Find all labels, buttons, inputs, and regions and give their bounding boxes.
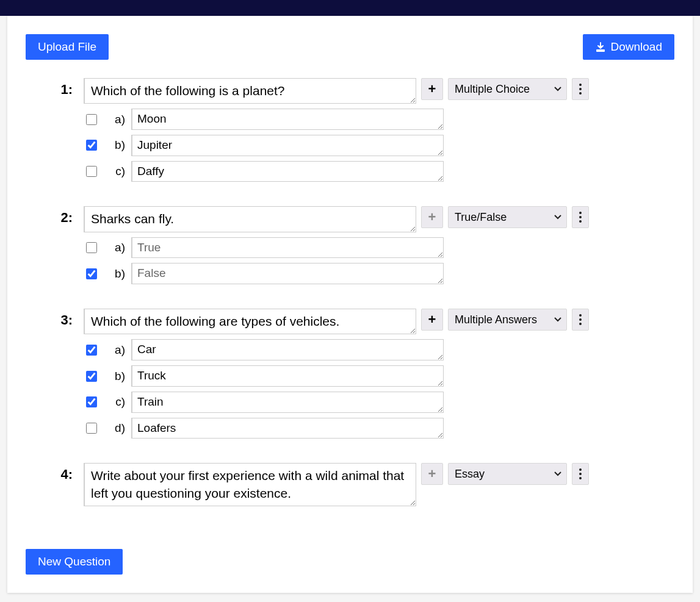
answer-row: c) xyxy=(84,392,650,413)
answer-text-input[interactable] xyxy=(131,161,444,182)
card-header: Upload File Download xyxy=(26,34,674,60)
new-question-button[interactable]: New Question xyxy=(26,549,123,575)
answer-letter: c) xyxy=(108,165,125,178)
question-text-input[interactable] xyxy=(84,78,416,104)
question-row: 3:+Multiple ChoiceTrue/FalseMultiple Ans… xyxy=(50,309,650,334)
plus-icon: + xyxy=(428,82,436,96)
answer-row: a) xyxy=(84,237,650,259)
answer-row: a) xyxy=(84,339,650,360)
kebab-icon xyxy=(579,84,582,95)
answer-text-input[interactable] xyxy=(131,109,444,130)
answer-letter: a) xyxy=(108,113,125,126)
question-block: 3:+Multiple ChoiceTrue/FalseMultiple Ans… xyxy=(50,309,650,439)
answer-text-input[interactable] xyxy=(131,365,444,387)
answer-text-input[interactable] xyxy=(131,135,444,156)
question-row: 1:+Multiple ChoiceTrue/FalseMultiple Ans… xyxy=(50,78,650,104)
answer-correct-checkbox[interactable] xyxy=(86,345,97,356)
answer-text-input[interactable] xyxy=(131,339,444,360)
answer-text-input[interactable] xyxy=(131,392,444,413)
answer-letter: a) xyxy=(108,343,125,357)
answer-correct-checkbox[interactable] xyxy=(86,242,97,253)
answer-correct-checkbox[interactable] xyxy=(86,114,97,125)
question-type-select[interactable]: Multiple ChoiceTrue/FalseMultiple Answer… xyxy=(448,78,567,100)
answers-container: a)b) xyxy=(84,237,650,284)
question-menu-button[interactable] xyxy=(572,463,589,485)
answer-letter: d) xyxy=(108,421,125,435)
question-text-input[interactable] xyxy=(84,309,416,334)
answer-row: c) xyxy=(84,161,650,182)
answer-row: d) xyxy=(84,418,650,439)
question-number: 2: xyxy=(50,206,84,226)
question-type-select[interactable]: Multiple ChoiceTrue/FalseMultiple Answer… xyxy=(448,206,567,228)
question-number: 4: xyxy=(50,463,84,482)
download-icon xyxy=(595,41,606,52)
question-block: 1:+Multiple ChoiceTrue/FalseMultiple Ans… xyxy=(50,78,650,182)
question-controls: +Multiple ChoiceTrue/FalseMultiple Answe… xyxy=(421,463,589,485)
answer-row: b) xyxy=(84,263,650,284)
question-controls: +Multiple ChoiceTrue/FalseMultiple Answe… xyxy=(421,309,589,331)
question-number: 3: xyxy=(50,309,84,328)
kebab-icon xyxy=(579,468,582,479)
question-menu-button[interactable] xyxy=(572,309,589,331)
questions-container: 1:+Multiple ChoiceTrue/FalseMultiple Ans… xyxy=(26,78,674,506)
answer-letter: c) xyxy=(108,395,125,409)
answer-row: a) xyxy=(84,109,650,130)
question-type-select[interactable]: Multiple ChoiceTrue/FalseMultiple Answer… xyxy=(448,463,567,485)
answers-container: a)b)c) xyxy=(84,109,650,182)
app-topbar xyxy=(0,0,700,16)
question-menu-button[interactable] xyxy=(572,78,589,100)
answer-correct-checkbox[interactable] xyxy=(86,166,97,177)
question-number: 1: xyxy=(50,78,84,98)
answer-letter: b) xyxy=(108,370,125,383)
answer-text-input[interactable] xyxy=(131,237,444,259)
add-answer-button[interactable]: + xyxy=(421,78,443,100)
question-block: 2:+Multiple ChoiceTrue/FalseMultiple Ans… xyxy=(50,206,650,284)
answer-letter: b) xyxy=(108,138,125,152)
add-answer-button: + xyxy=(421,463,443,485)
plus-icon: + xyxy=(428,313,436,326)
question-menu-button[interactable] xyxy=(572,206,589,228)
answers-container: a)b)c)d) xyxy=(84,339,650,439)
upload-file-button[interactable]: Upload File xyxy=(26,34,109,60)
question-text-input[interactable] xyxy=(84,206,416,232)
answer-row: b) xyxy=(84,365,650,387)
answer-letter: b) xyxy=(108,267,125,281)
page-wrap: Upload File Download 1:+Multiple ChoiceT… xyxy=(0,16,700,602)
answer-correct-checkbox[interactable] xyxy=(86,423,97,434)
plus-icon: + xyxy=(428,210,436,224)
answer-text-input[interactable] xyxy=(131,263,444,284)
question-controls: +Multiple ChoiceTrue/FalseMultiple Answe… xyxy=(421,78,589,100)
answer-correct-checkbox[interactable] xyxy=(86,140,97,151)
editor-card: Upload File Download 1:+Multiple ChoiceT… xyxy=(7,16,693,593)
question-row: 4:+Multiple ChoiceTrue/FalseMultiple Ans… xyxy=(50,463,650,506)
add-answer-button: + xyxy=(421,206,443,228)
question-block: 4:+Multiple ChoiceTrue/FalseMultiple Ans… xyxy=(50,463,650,506)
download-button[interactable]: Download xyxy=(583,34,675,60)
download-button-label: Download xyxy=(611,40,663,54)
answer-correct-checkbox[interactable] xyxy=(86,268,97,279)
answer-correct-checkbox[interactable] xyxy=(86,396,97,407)
answer-row: b) xyxy=(84,135,650,156)
answer-correct-checkbox[interactable] xyxy=(86,371,97,382)
answer-text-input[interactable] xyxy=(131,418,444,439)
kebab-icon xyxy=(579,314,582,325)
kebab-icon xyxy=(579,212,582,223)
add-answer-button[interactable]: + xyxy=(421,309,443,331)
question-text-input[interactable] xyxy=(84,463,416,506)
answer-letter: a) xyxy=(108,241,125,254)
question-row: 2:+Multiple ChoiceTrue/FalseMultiple Ans… xyxy=(50,206,650,232)
question-type-select[interactable]: Multiple ChoiceTrue/FalseMultiple Answer… xyxy=(448,309,567,331)
plus-icon: + xyxy=(428,467,436,481)
question-controls: +Multiple ChoiceTrue/FalseMultiple Answe… xyxy=(421,206,589,228)
